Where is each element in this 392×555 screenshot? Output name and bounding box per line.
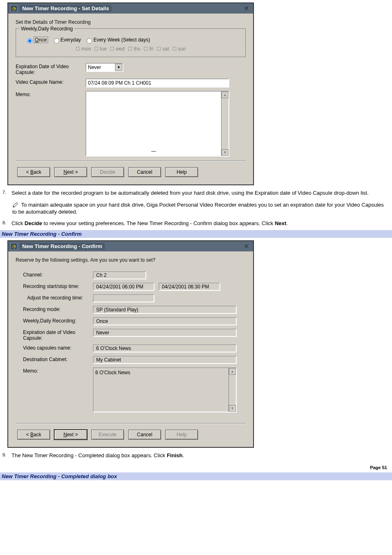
help-button[interactable]: Help xyxy=(165,167,198,177)
weekly-value: Once xyxy=(93,317,237,325)
completed-heading: New Timer Recording - Completed dialog b… xyxy=(0,472,392,480)
checkbox-sun: ☐ sun xyxy=(172,46,186,52)
memo-label: Memo: xyxy=(23,367,93,374)
close-icon[interactable]: ✕ xyxy=(242,5,251,12)
divider xyxy=(16,161,246,161)
dialog-title: New Timer Recording - Set Details xyxy=(20,5,111,12)
checkbox-sat: ☐ sat xyxy=(157,46,169,52)
execute-button: Execute xyxy=(91,430,124,440)
days-row: ☐ mon ☐ tue ☐ wed ☐ thu ☐ fri ☐ sat ☐ su… xyxy=(21,46,240,52)
weekly-daily-group: Weekly,Daily Recording Once Everyday Eve… xyxy=(16,28,246,57)
step-7: 7. Select a date for the recorded progra… xyxy=(2,189,385,197)
radio-everyday[interactable]: Everyday xyxy=(52,37,81,43)
mode-value: SP (Standard Play) xyxy=(93,306,237,314)
instruction-text: Reserve by the following settings. Are y… xyxy=(16,257,246,263)
titlebar: ◔ New Timer Recording - Confirm ✕ xyxy=(8,241,253,251)
back-button[interactable]: < Back xyxy=(17,430,50,440)
memo-label: Memo: xyxy=(16,91,85,97)
adjust-label: Adjust the recording time: xyxy=(23,294,93,301)
next-button[interactable]: Next > xyxy=(54,430,87,440)
help-button: Help xyxy=(165,430,198,440)
checkbox-wed: ☐ wed xyxy=(110,46,125,52)
checkbox-fri: ☐ fri xyxy=(143,46,153,52)
capsules-value: 6 O'Clock News xyxy=(93,344,237,352)
cabinet-label: Destination Cabinet: xyxy=(23,356,93,362)
chevron-down-icon[interactable]: ▼ xyxy=(115,64,122,71)
step-text: Click Decide to review your setting pref… xyxy=(12,220,385,227)
back-button[interactable]: < Back xyxy=(17,167,50,177)
note: To maintain adequate space on your hard … xyxy=(12,201,385,216)
checkbox-mon: ☐ mon xyxy=(76,46,91,52)
scrollbar[interactable]: ▲ ▼ xyxy=(221,92,228,156)
pencil-icon xyxy=(12,202,19,207)
expiration-label: Expiration date of Video Capsule: xyxy=(23,329,93,341)
scroll-up-icon[interactable]: ▲ xyxy=(229,368,236,375)
memo-value: 6 O'Clock News xyxy=(94,368,228,412)
page-footer: Page 51 xyxy=(0,463,392,471)
radio-selectdays[interactable]: Every Week (Select days) xyxy=(85,37,150,43)
step-8: 8. Click Decide to review your setting p… xyxy=(2,220,385,227)
group-title: Weekly,Daily Recording xyxy=(19,26,74,32)
weekly-label: Weekly,Daily Recording: xyxy=(23,317,93,324)
divider xyxy=(16,423,246,424)
expiration-label: Expiration Date of Video Capsule: xyxy=(16,63,85,75)
scroll-down-icon[interactable]: ▼ xyxy=(229,405,236,412)
titlebar: ◔ New Timer Recording - Set Details ✕ xyxy=(8,3,253,14)
capsule-name-label: Video Capsule Name: xyxy=(16,78,85,85)
step-text: The New Timer Recording - Completed dial… xyxy=(12,452,385,459)
cancel-button[interactable]: Cancel xyxy=(128,167,161,177)
start-value: 04/24/2001 06:00 PM xyxy=(93,283,154,291)
startstop-label: Recording start/stop time: xyxy=(23,283,93,289)
cabinet-value: My Cabinet xyxy=(93,356,237,364)
step-number: 9. xyxy=(2,452,12,459)
stop-value: 04/24/2001 06:30 PM xyxy=(159,283,220,291)
next-button[interactable]: Next > xyxy=(54,167,87,177)
checkbox-tue: ☐ tue xyxy=(94,46,107,52)
close-icon[interactable]: ✕ xyxy=(242,242,251,250)
set-details-dialog: ◔ New Timer Recording - Set Details ✕ Se… xyxy=(7,2,254,185)
step-number: 8. xyxy=(2,220,12,227)
mode-label: Recording mode: xyxy=(23,306,93,312)
memo-value: — xyxy=(151,148,156,154)
radio-once[interactable]: Once xyxy=(25,37,48,43)
scroll-up-icon[interactable]: ▲ xyxy=(221,92,228,98)
checkbox-thu: ☐ thu xyxy=(128,46,141,52)
app-icon: ◔ xyxy=(11,5,17,12)
scroll-down-icon[interactable]: ▼ xyxy=(221,149,228,156)
expiration-value: Never xyxy=(93,329,237,337)
dialog-title: New Timer Recording - Confirm xyxy=(20,243,105,250)
scrollbar[interactable]: ▲ ▼ xyxy=(228,368,236,412)
memo-textarea[interactable]: — ▲ ▼ xyxy=(85,91,229,157)
cancel-button[interactable]: Cancel xyxy=(128,430,161,440)
channel-value: Ch 2 xyxy=(93,271,146,279)
capsule-name-input[interactable]: 07/24 08:09 PM Ch 1 CH001 xyxy=(85,78,229,88)
expiration-value: Never xyxy=(86,64,115,70)
step-text: Select a date for the recorded program t… xyxy=(12,189,385,197)
channel-label: Channel: xyxy=(23,271,93,278)
app-icon: ◔ xyxy=(11,243,17,250)
instruction-text: Set the Details of Timer Recording xyxy=(16,19,246,25)
step-9: 9. The New Timer Recording - Completed d… xyxy=(2,452,385,459)
expiration-combo[interactable]: Never ▼ xyxy=(85,63,123,72)
confirm-heading: New Timer Recording - Confirm xyxy=(0,230,392,238)
step-number: 7. xyxy=(2,189,12,197)
memo-readonly: 6 O'Clock News ▲ ▼ xyxy=(93,367,237,412)
decide-button: Decide xyxy=(91,167,124,177)
confirm-dialog: ◔ New Timer Recording - Confirm ✕ Reserv… xyxy=(7,240,254,448)
capsules-label: Video capsules name: xyxy=(23,344,93,351)
note-text: To maintain adequate space on your hard … xyxy=(12,202,384,215)
adjust-value xyxy=(93,294,154,302)
